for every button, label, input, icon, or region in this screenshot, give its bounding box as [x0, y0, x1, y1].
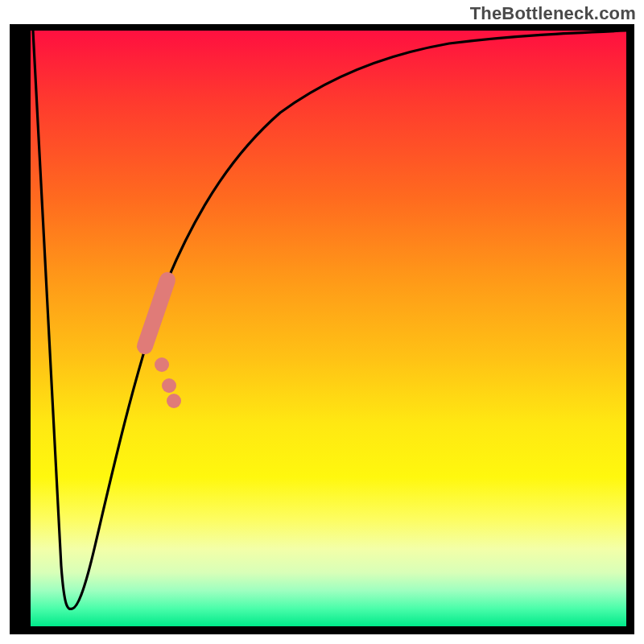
chart-svg	[31, 31, 626, 626]
chart-frame	[10, 24, 634, 634]
highlight-dot-3	[155, 357, 169, 372]
highlight-dot-2	[162, 378, 176, 393]
plot-area	[31, 31, 626, 626]
highlight-segment	[145, 280, 167, 346]
chart-container: TheBottleneck.com	[0, 0, 644, 644]
bottleneck-curve	[33, 31, 626, 609]
highlight-dot-1	[167, 394, 181, 408]
watermark-text: TheBottleneck.com	[470, 3, 636, 24]
